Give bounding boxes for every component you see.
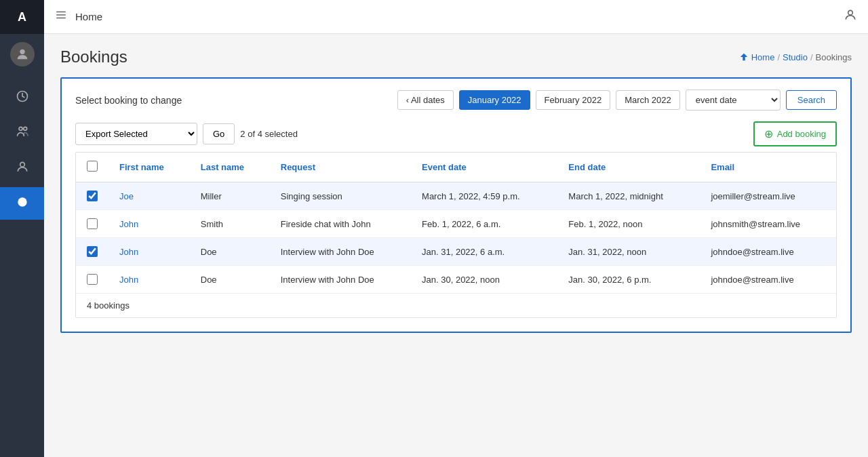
add-booking-button[interactable]: ⊕ Add booking <box>753 121 837 146</box>
cell-first-name: John <box>108 266 190 294</box>
breadcrumb-sep-1: / <box>777 52 780 62</box>
cell-end-date: Jan. 31, 2022, noon <box>557 238 700 266</box>
breadcrumb-home[interactable]: Home <box>751 52 775 62</box>
first-name-link[interactable]: John <box>119 247 138 257</box>
cell-end-date: March 1, 2022, midnight <box>557 182 700 210</box>
search-button[interactable]: Search <box>786 90 837 110</box>
row-checkbox-cell <box>76 266 108 294</box>
march-button[interactable]: March 2022 <box>616 90 680 110</box>
cell-end-date: Jan. 30, 2022, 6 p.m. <box>557 266 700 294</box>
cell-email: johndoe@stream.live <box>700 266 836 294</box>
toolbar: Export Selected Go 2 of 4 selected ⊕ Add… <box>75 121 837 146</box>
cell-end-date: Feb. 1, 2022, noon <box>557 210 700 238</box>
page-title: Bookings <box>60 47 127 66</box>
main-area: Home Bookings Home / Studio / Bookings <box>44 0 868 457</box>
col-last-name[interactable]: Last name <box>190 153 270 182</box>
row-checkbox[interactable] <box>87 218 98 229</box>
topbar: Home <box>44 0 868 34</box>
first-name-link[interactable]: John <box>119 275 138 285</box>
cell-email: johndoe@stream.live <box>700 238 836 266</box>
table-row: John Smith Fireside chat with John Feb. … <box>76 210 836 238</box>
breadcrumb-studio[interactable]: Studio <box>783 52 808 62</box>
page-content: Bookings Home / Studio / Bookings Select… <box>44 34 868 457</box>
topbar-home-link[interactable]: Home <box>75 11 102 22</box>
cell-last-name: Miller <box>190 182 270 210</box>
row-checkbox[interactable] <box>87 191 98 201</box>
table: First name Last name Request Event date … <box>76 153 836 293</box>
svg-point-3 <box>23 127 26 130</box>
cell-request: Singing session <box>270 182 411 210</box>
cell-first-name: John <box>108 238 190 266</box>
table-header: First name Last name Request Event date … <box>76 153 836 182</box>
filter-panel: Select booking to change ‹ All dates Jan… <box>60 77 852 333</box>
svg-point-2 <box>19 127 22 130</box>
selected-count: 2 of 4 selected <box>240 129 298 139</box>
select-all-header <box>76 153 108 182</box>
cell-last-name: Doe <box>190 266 270 294</box>
first-name-link[interactable]: Joe <box>119 191 134 201</box>
col-email[interactable]: Email <box>700 153 836 182</box>
cell-email: joemiller@stream.live <box>700 182 836 210</box>
row-checkbox[interactable] <box>87 274 98 285</box>
cell-first-name: Joe <box>108 182 190 210</box>
svg-point-4 <box>20 162 24 167</box>
table-row: Joe Miller Singing session March 1, 2022… <box>76 182 836 210</box>
cell-last-name: Smith <box>190 210 270 238</box>
col-request[interactable]: Request <box>270 153 411 182</box>
col-end-date[interactable]: End date <box>557 153 700 182</box>
table-body: Joe Miller Singing session March 1, 2022… <box>76 182 836 294</box>
go-button[interactable]: Go <box>203 123 235 144</box>
sidebar-item-people[interactable] <box>0 117 44 149</box>
col-event-date[interactable]: Event date <box>411 153 557 182</box>
home-breadcrumb-icon <box>739 52 749 62</box>
first-name-link[interactable]: John <box>119 219 138 229</box>
breadcrumb-current: Bookings <box>816 52 852 62</box>
cell-last-name: Doe <box>190 238 270 266</box>
filter-actions: ‹ All dates January 2022 February 2022 M… <box>397 90 837 111</box>
cell-event-date: March 1, 2022, 4:59 p.m. <box>411 182 557 210</box>
breadcrumb: Home / Studio / Bookings <box>739 52 852 62</box>
sidebar-logo: A <box>0 0 44 34</box>
row-checkbox-cell <box>76 210 108 238</box>
table-row: John Doe Interview with John Doe Jan. 30… <box>76 266 836 294</box>
row-checkbox-cell <box>76 238 108 266</box>
avatar-icon <box>10 42 35 66</box>
cell-event-date: Feb. 1, 2022, 6 a.m. <box>411 210 557 238</box>
table-row: John Doe Interview with John Doe Jan. 31… <box>76 238 836 266</box>
cell-request: Fireside chat with John <box>270 210 411 238</box>
february-button[interactable]: February 2022 <box>536 90 611 110</box>
cell-email: johnsmith@stream.live <box>700 210 836 238</box>
sidebar-item-user[interactable] <box>0 152 44 184</box>
sidebar-navigation <box>0 75 44 226</box>
booking-count: 4 bookings <box>76 293 836 317</box>
topbar-user-icon[interactable] <box>844 8 857 25</box>
bookings-icon <box>16 195 29 212</box>
page-header: Bookings Home / Studio / Bookings <box>60 47 852 66</box>
row-checkbox-cell <box>76 182 108 210</box>
breadcrumb-sep-2: / <box>810 52 813 62</box>
cell-first-name: John <box>108 210 190 238</box>
cell-event-date: Jan. 30, 2022, noon <box>411 266 557 294</box>
filter-top-row: Select booking to change ‹ All dates Jan… <box>75 90 837 111</box>
date-field-select[interactable]: event date end date <box>686 90 781 111</box>
january-button[interactable]: January 2022 <box>459 90 530 110</box>
cell-request: Interview with John Doe <box>270 238 411 266</box>
people-icon <box>16 125 29 142</box>
events-icon <box>16 90 29 106</box>
cell-event-date: Jan. 31, 2022, 6 a.m. <box>411 238 557 266</box>
svg-point-9 <box>848 10 853 15</box>
sidebar: A <box>0 0 44 457</box>
all-dates-button[interactable]: ‹ All dates <box>397 90 454 110</box>
filter-label: Select booking to change <box>75 95 182 106</box>
svg-point-5 <box>18 197 26 206</box>
sidebar-avatar[interactable] <box>0 34 44 75</box>
menu-icon[interactable] <box>55 9 67 24</box>
col-first-name[interactable]: First name <box>108 153 190 182</box>
select-all-checkbox[interactable] <box>87 161 98 172</box>
header-row: First name Last name Request Event date … <box>76 153 836 182</box>
sidebar-item-bookings[interactable] <box>0 187 44 220</box>
export-select[interactable]: Export Selected <box>75 123 197 145</box>
row-checkbox[interactable] <box>87 246 98 257</box>
sidebar-item-events[interactable] <box>0 81 44 114</box>
cell-request: Interview with John Doe <box>270 266 411 294</box>
